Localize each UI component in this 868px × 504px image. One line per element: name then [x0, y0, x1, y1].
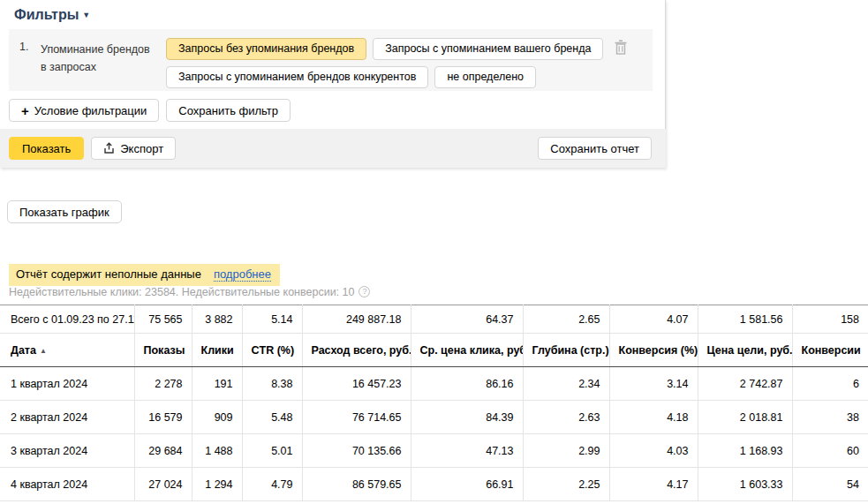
- value-cell: 27 024: [134, 468, 192, 501]
- column-header-label: Клики: [201, 344, 234, 357]
- column-header[interactable]: Показы: [134, 334, 192, 367]
- save-filter-label: Сохранить фильтр: [178, 104, 278, 117]
- column-header[interactable]: CTR (%): [242, 334, 302, 367]
- chevron-down-icon: ▼: [82, 11, 90, 19]
- table-row: 2 квартал 202416 5799095.4876 714.6584.3…: [0, 401, 868, 434]
- help-icon[interactable]: ?: [359, 286, 370, 297]
- value-cell: 6: [792, 367, 868, 401]
- filters-title-label: Фильтры: [14, 7, 79, 22]
- totals-cell: 75 565: [134, 305, 192, 334]
- totals-cell: 249 887.18: [302, 305, 411, 334]
- incomplete-data-warning: Отчёт содержит неполные данные подробнее: [9, 264, 280, 286]
- delete-filter-icon[interactable]: [614, 40, 628, 56]
- column-header-label: CTR (%): [252, 344, 295, 357]
- date-cell: 4 квартал 2024: [0, 468, 134, 501]
- warning-text: Отчёт содержит неполные данные: [16, 267, 201, 281]
- value-cell: 4.03: [609, 434, 698, 468]
- value-cell: 2 742.87: [698, 367, 792, 401]
- value-cell: 70 135.66: [302, 434, 411, 468]
- column-header[interactable]: Цена цели, руб.: [698, 334, 792, 367]
- column-header-label: Ср. цена клика, руб.: [420, 344, 524, 357]
- value-cell: 1 294: [192, 468, 242, 501]
- value-cell: 60: [792, 434, 868, 468]
- filter-chip[interactable]: Запросы с упоминанием брендов конкуренто…: [166, 66, 428, 88]
- add-filter-condition-label: Условие фильтрации: [34, 104, 147, 117]
- totals-cell: 3 882: [192, 305, 242, 334]
- filter-chip[interactable]: Запросы с упоминанием вашего бренда: [373, 38, 603, 60]
- save-filter-button[interactable]: Сохранить фильтр: [166, 99, 291, 122]
- value-cell: 191: [192, 367, 242, 401]
- value-cell: 29 684: [134, 434, 192, 468]
- report-action-bar: Показать Экспорт Сохранить отчет: [0, 129, 666, 168]
- filters-panel: Фильтры▼ 1. Упоминание брендов в запроса…: [0, 0, 666, 168]
- totals-cell: 1 581.56: [698, 305, 792, 334]
- show-graph-button[interactable]: Показать график: [7, 200, 122, 223]
- table-row: 4 квартал 202427 0241 2944.7986 579.6566…: [0, 468, 868, 501]
- totals-cell: 4.07: [609, 305, 698, 334]
- save-report-button[interactable]: Сохранить отчет: [538, 137, 652, 160]
- value-cell: 47.13: [411, 434, 523, 468]
- value-cell: 54: [792, 468, 868, 501]
- column-header[interactable]: Расход всего, руб.: [302, 334, 411, 367]
- column-header[interactable]: Ср. цена клика, руб.: [411, 334, 523, 367]
- filters-section-toggle[interactable]: Фильтры▼: [14, 7, 90, 23]
- totals-cell: 64.37: [411, 305, 523, 334]
- column-header-label: Глубина (стр.): [532, 344, 609, 357]
- filter-chips-group: Запросы без упоминания брендовЗапросы с …: [154, 38, 642, 88]
- value-cell: 38: [792, 401, 868, 434]
- column-header-label: Конверсии: [802, 344, 861, 357]
- details-link[interactable]: подробнее: [214, 267, 271, 282]
- totals-cell: 5.14: [242, 305, 302, 334]
- export-icon: [103, 142, 115, 155]
- column-header-label: Цена цели, руб.: [707, 344, 793, 357]
- column-header-label: Расход всего, руб.: [312, 344, 411, 357]
- value-cell: 76 714.65: [302, 401, 411, 434]
- column-header-label: Показы: [144, 344, 185, 357]
- add-filter-condition-button[interactable]: + Условие фильтрации: [9, 99, 159, 122]
- value-cell: 909: [192, 401, 242, 434]
- value-cell: 5.48: [242, 401, 302, 434]
- filter-condition-row: 1. Упоминание брендов в запросах Запросы…: [9, 29, 653, 91]
- date-cell: 2 квартал 2024: [0, 401, 134, 434]
- column-header[interactable]: Глубина (стр.): [523, 334, 609, 367]
- value-cell: 2 018.81: [698, 401, 792, 434]
- value-cell: 2.63: [523, 401, 609, 434]
- value-cell: 8.38: [242, 367, 302, 401]
- invalid-clicks-note: Недействительные клики: 23584. Недействи…: [9, 286, 370, 298]
- column-header-label: Конверсия (%): [619, 344, 698, 357]
- date-cell: 1 квартал 2024: [0, 367, 134, 401]
- table-header-row: Дата▲ПоказыКликиCTR (%)Расход всего, руб…: [0, 334, 868, 367]
- value-cell: 1 168.93: [698, 434, 792, 468]
- totals-cell: 158: [792, 305, 868, 334]
- value-cell: 5.01: [242, 434, 302, 468]
- table-row: 3 квартал 202429 6841 4885.0170 135.6647…: [0, 434, 868, 468]
- value-cell: 4.79: [242, 468, 302, 501]
- totals-row: Всего с 01.09.23 по 27.11.2475 5653 8825…: [0, 305, 868, 334]
- value-cell: 4.18: [609, 401, 698, 434]
- filter-buttons: + Условие фильтрации Сохранить фильтр: [9, 99, 291, 122]
- totals-cell: 2.65: [523, 305, 609, 334]
- show-report-button[interactable]: Показать: [9, 137, 84, 160]
- value-cell: 2.99: [523, 434, 609, 468]
- save-report-label: Сохранить отчет: [550, 142, 639, 155]
- column-header[interactable]: Клики: [192, 334, 242, 367]
- value-cell: 2.34: [523, 367, 609, 401]
- filter-chip[interactable]: не определено: [434, 66, 536, 88]
- report-page: Фильтры▼ 1. Упоминание брендов в запроса…: [0, 0, 868, 504]
- filter-row-label: Упоминание брендов в запросах: [41, 38, 154, 76]
- column-header[interactable]: Конверсии: [792, 334, 868, 367]
- column-header[interactable]: Конверсия (%): [609, 334, 698, 367]
- value-cell: 3.14: [609, 367, 698, 401]
- column-header-label: Дата: [11, 344, 36, 357]
- export-button[interactable]: Экспорт: [91, 137, 176, 160]
- plus-icon: +: [21, 104, 29, 117]
- invalid-note-text: Недействительные клики: 23584. Недействи…: [9, 286, 354, 298]
- column-header[interactable]: Дата▲: [0, 334, 134, 367]
- value-cell: 16 457.23: [302, 367, 411, 401]
- value-cell: 86 579.65: [302, 468, 411, 501]
- filter-row-number: 1.: [19, 38, 41, 53]
- value-cell: 86.16: [411, 367, 523, 401]
- table-row: 1 квартал 20242 2781918.3816 457.2386.16…: [0, 367, 868, 401]
- value-cell: 1 488: [192, 434, 242, 468]
- filter-chip[interactable]: Запросы без упоминания брендов: [166, 38, 366, 60]
